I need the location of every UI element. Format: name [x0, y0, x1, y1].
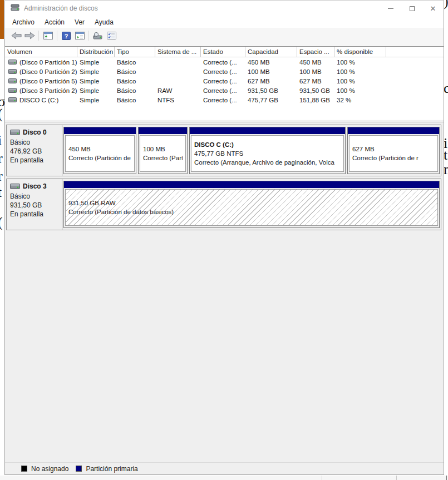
volume-row[interactable]: (Disco 0 Partición 2) Simple Básico Corr…	[5, 67, 444, 76]
background-text-fragment: c	[444, 81, 448, 96]
page-accent-stripe	[0, 0, 4, 39]
disk-status: En pantalla	[10, 210, 58, 219]
partition-disco-c[interactable]: DISCO C (C:) 475,77 GB NTFS Correcto (Ar…	[189, 127, 346, 174]
volume-percent-free: 100 %	[334, 59, 386, 66]
partition-627mb[interactable]: 627 MB Correcto (Partición de r	[347, 127, 440, 174]
forward-arrow-icon[interactable]	[23, 30, 36, 41]
background-text-fragment: n	[444, 162, 448, 177]
volume-capacity: 450 MB	[245, 59, 297, 66]
toolbar-separator	[57, 31, 57, 41]
column-header-capacidad[interactable]: Capacidad	[245, 47, 297, 57]
show-action-pane-icon[interactable]	[73, 30, 86, 41]
menu-accion[interactable]: Acción	[40, 16, 70, 28]
disk-management-window: Administración de discos ✕ Archivo Acció…	[4, 0, 444, 475]
volume-row[interactable]: (Disco 3 Partición 2) Simple Básico RAW …	[5, 86, 444, 95]
rescan-disks-icon[interactable]	[91, 30, 105, 41]
volume-list: Volumen Distribución Tipo Sistema de ...…	[5, 46, 444, 120]
legend-item-unallocated: No asignado	[21, 465, 68, 473]
partition-type-bar	[64, 127, 136, 134]
volume-percent-free: 100 %	[334, 87, 386, 94]
page-background-line	[396, 476, 397, 480]
menu-ayuda[interactable]: Ayuda	[90, 16, 119, 28]
console-tree-icon[interactable]	[41, 30, 55, 41]
column-header-espacio[interactable]: Espacio ...	[297, 47, 334, 57]
volume-type: Básico	[115, 87, 155, 94]
volume-row[interactable]: (Disco 0 Partición 1) Simple Básico Corr…	[5, 57, 444, 67]
volume-row[interactable]: (Disco 0 Partición 5) Simple Básico Corr…	[5, 76, 444, 86]
minimize-button[interactable]	[380, 1, 401, 16]
partition-size: 450 MB	[68, 145, 131, 154]
legend-label: No asignado	[31, 465, 68, 473]
background-text-fragment: (	[0, 107, 3, 121]
help-icon[interactable]: ?	[60, 30, 73, 41]
volume-free-space: 931,50 GB	[297, 87, 334, 94]
partitions-disco-0: 450 MB Correcto (Partición de 100 MB Cor…	[62, 125, 441, 176]
disk-size: 476,92 GB	[10, 147, 58, 156]
close-button[interactable]: ✕	[422, 1, 444, 16]
close-icon: ✕	[430, 5, 436, 12]
volume-type: Básico	[115, 68, 155, 75]
background-text-fragment: )	[444, 0, 448, 9]
volume-name: (Disco 0 Partición 5)	[19, 78, 77, 85]
toolbar-separator	[38, 31, 39, 41]
disk-row-disco-0: Disco 0 Básico 476,92 GB En pantalla 450…	[6, 125, 441, 176]
menu-archivo[interactable]: Archivo	[7, 16, 40, 28]
legend-swatch-primary	[76, 466, 82, 472]
partition-status: Correcto (Partic	[143, 154, 183, 162]
background-text-fragment: t	[444, 148, 447, 162]
legend-swatch-unallocated	[21, 466, 27, 472]
volume-name: (Disco 0 Partición 1)	[19, 59, 77, 66]
volume-status: Correcto (...	[201, 97, 245, 103]
disk-header-disco-0[interactable]: Disco 0 Básico 476,92 GB En pantalla	[7, 125, 62, 176]
partition-type-bar	[348, 127, 439, 134]
partition-450mb[interactable]: 450 MB Correcto (Partición de	[63, 127, 136, 174]
volume-capacity: 100 MB	[245, 68, 297, 75]
disk-name: Disco 3	[23, 182, 47, 191]
menu-ver[interactable]: Ver	[70, 16, 90, 28]
column-header-volumen[interactable]: Volumen	[5, 47, 77, 57]
volume-type: Básico	[115, 97, 155, 103]
column-header-tipo[interactable]: Tipo	[115, 47, 155, 57]
legend-bar: No asignado Partición primaria	[5, 462, 444, 474]
disk-header-disco-3[interactable]: Disco 3 Básico 931,50 GB En pantalla	[7, 179, 62, 230]
partition-100mb[interactable]: 100 MB Correcto (Partic	[138, 127, 188, 174]
background-text-fragment: r	[0, 151, 3, 166]
partition-type-bar	[190, 127, 345, 134]
column-header-distribucion[interactable]: Distribución	[77, 47, 115, 57]
volume-row[interactable]: DISCO C (C:) Simple Básico NTFS Correcto…	[5, 95, 444, 105]
background-text-fragment: i	[0, 133, 2, 148]
disk-row-disco-3: Disco 3 Básico 931,50 GB En pantalla 931…	[6, 179, 441, 230]
volume-free-space: 100 MB	[297, 68, 334, 75]
column-header-sistema[interactable]: Sistema de ...	[155, 47, 201, 57]
volume-type: Básico	[115, 78, 155, 85]
partition-label: DISCO C (C:)	[194, 140, 341, 149]
back-arrow-icon[interactable]	[9, 30, 23, 41]
volume-type: Básico	[115, 59, 155, 66]
fields-checklist-icon[interactable]	[105, 30, 118, 41]
partition-size: 100 MB	[143, 145, 183, 154]
toolbar-separator	[88, 31, 89, 41]
partition-size: 931,50 GB RAW	[68, 199, 435, 207]
toolbar: ?	[5, 28, 444, 46]
disk-drive-icon	[11, 3, 19, 14]
volume-list-header: Volumen Distribución Tipo Sistema de ...…	[5, 47, 444, 57]
partition-status: Correcto (Partición de datos básicos)	[68, 207, 435, 216]
column-header-estado[interactable]: Estado	[201, 47, 245, 57]
volume-free-space: 627 MB	[297, 78, 334, 85]
partition-status: Correcto (Arranque, Archivo de paginació…	[194, 158, 341, 167]
volume-layout: Simple	[77, 59, 115, 66]
minimize-icon	[388, 8, 393, 9]
partition-type-bar	[64, 181, 439, 188]
partition-raw-931gb[interactable]: 931,50 GB RAW Correcto (Partición de dat…	[63, 181, 440, 228]
menu-bar: Archivo Acción Ver Ayuda	[5, 16, 444, 28]
volume-status: Correcto (...	[201, 78, 245, 85]
background-text-fragment: r	[0, 169, 3, 184]
volume-percent-free: 32 %	[334, 97, 386, 103]
column-header-disponible[interactable]: % disponible	[334, 47, 386, 57]
disk-name: Disco 0	[23, 128, 47, 137]
title-bar[interactable]: Administración de discos ✕	[5, 1, 444, 16]
background-text-fragment: t	[0, 185, 2, 200]
maximize-button[interactable]	[401, 1, 422, 16]
disk-status: En pantalla	[10, 156, 58, 165]
page-background-line	[322, 476, 322, 480]
